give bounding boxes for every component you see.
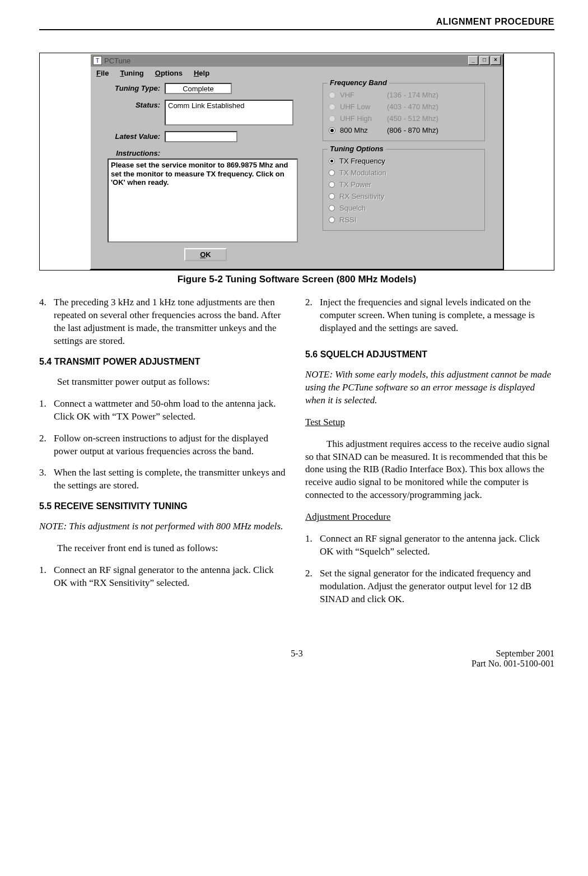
page-footer: 5-3 September 2001 Part No. 001-5100-001 xyxy=(39,649,554,669)
note: NOTE: This adjustment is not performed w… xyxy=(39,520,288,533)
opt-tx-frequency[interactable]: TX Frequency xyxy=(329,155,479,167)
radio-icon xyxy=(329,104,335,110)
right-column: 2.Inject the frequencies and signal leve… xyxy=(305,296,554,615)
radio-icon xyxy=(329,158,335,164)
opt-squelch[interactable]: Squelch xyxy=(329,202,479,214)
window-title: PCTune xyxy=(104,57,468,65)
footer-part: Part No. 001-5100-001 xyxy=(382,659,554,669)
label-status: Status: xyxy=(96,100,165,109)
opt-tx-modulation[interactable]: TX Modulation xyxy=(329,167,479,179)
title-bar: T PCTune _ □ × xyxy=(91,54,503,67)
figure-frame: T PCTune _ □ × File Tuning Options Help … xyxy=(39,53,554,271)
header-rule xyxy=(39,29,554,30)
text-columns: 4.The preceding 3 kHz and 1 kHz tone adj… xyxy=(39,296,554,615)
heading-5-6: 5.6 SQUELCH ADJUSTMENT xyxy=(305,350,554,360)
list-item: 1.Connect an RF signal generator to the … xyxy=(305,533,554,558)
list-item: 2.Inject the frequencies and signal leve… xyxy=(305,296,554,335)
running-header: ALIGNMENT PROCEDURE xyxy=(39,17,554,27)
radio-icon xyxy=(329,170,335,176)
menu-bar: File Tuning Options Help xyxy=(91,67,503,80)
page-number: 5-3 xyxy=(211,649,383,669)
list-item: 1.Connect a wattmeter and 50-ohm load to… xyxy=(39,398,288,423)
left-column: 4.The preceding 3 kHz and 1 kHz tone adj… xyxy=(39,296,288,615)
group-frequency-band: Frequency Band VHF (136 - 174 Mhz) UHF L… xyxy=(323,83,485,141)
field-status: Comm Link Established xyxy=(165,100,293,125)
maximize-button[interactable]: □ xyxy=(479,56,489,65)
radio-uhf-high: UHF High (450 - 512 Mhz) xyxy=(329,113,479,124)
radio-icon xyxy=(329,193,335,199)
list-item: 2.Follow on-screen instructions to adjus… xyxy=(39,432,288,458)
pctune-window: T PCTune _ □ × File Tuning Options Help … xyxy=(90,53,504,270)
heading-5-4: 5.4 TRANSMIT POWER ADJUSTMENT xyxy=(39,357,288,367)
label-instructions: Instructions: xyxy=(96,148,165,157)
subheading-adjustment: Adjustment Procedure xyxy=(305,511,554,524)
minimize-button[interactable]: _ xyxy=(468,56,478,65)
heading-5-5: 5.5 RECEIVE SENSITIVITY TUNING xyxy=(39,501,288,511)
menu-help[interactable]: Help xyxy=(194,69,209,77)
label-tuning-type: Tuning Type: xyxy=(96,83,165,92)
paragraph: The receiver front end is tuned as follo… xyxy=(57,542,288,555)
close-button[interactable]: × xyxy=(491,56,501,65)
opt-rssi[interactable]: RSSI xyxy=(329,214,479,226)
menu-tuning[interactable]: Tuning xyxy=(120,69,143,77)
radio-icon xyxy=(329,205,335,211)
radio-icon xyxy=(329,127,335,134)
list-item: 4.The preceding 3 kHz and 1 kHz tone adj… xyxy=(39,296,288,348)
menu-options[interactable]: Options xyxy=(155,69,183,77)
label-latest-value: Latest Value: xyxy=(96,131,165,141)
opt-rx-sensitivity[interactable]: RX Sensitivity xyxy=(329,190,479,202)
radio-uhf-low: UHF Low (403 - 470 Mhz) xyxy=(329,101,479,113)
radio-icon xyxy=(329,217,335,223)
opt-tx-power[interactable]: TX Power xyxy=(329,179,479,190)
radio-icon xyxy=(329,92,335,99)
group-tuning-options: Tuning Options TX Frequency TX Modulatio… xyxy=(323,149,485,231)
paragraph: Set transmitter power output as follows: xyxy=(57,376,288,389)
figure-caption: Figure 5-2 Tuning Software Screen (800 M… xyxy=(39,274,554,285)
group-title-freq: Frequency Band xyxy=(328,78,389,87)
note: NOTE: With some early models, this adjus… xyxy=(305,369,554,407)
field-latest-value xyxy=(165,131,237,142)
paragraph: This adjustment requires access to the r… xyxy=(305,438,554,502)
ok-button[interactable]: OK xyxy=(184,248,227,261)
list-item: 3.When the last setting is complete, the… xyxy=(39,467,288,492)
menu-file[interactable]: File xyxy=(96,69,109,77)
window-controls: _ □ × xyxy=(468,56,501,65)
field-instructions: Please set the service monitor to 869.98… xyxy=(108,159,298,243)
radio-icon xyxy=(329,115,335,122)
radio-800mhz[interactable]: 800 Mhz (806 - 870 Mhz) xyxy=(329,124,479,136)
subheading-test-setup: Test Setup xyxy=(305,416,554,429)
app-icon: T xyxy=(93,56,102,65)
field-tuning-type: Complete xyxy=(165,83,232,94)
radio-vhf: VHF (136 - 174 Mhz) xyxy=(329,89,479,101)
footer-date: September 2001 xyxy=(382,649,554,659)
list-item: 1.Connect an RF signal generator to the … xyxy=(39,564,288,590)
group-title-opts: Tuning Options xyxy=(328,145,386,153)
radio-icon xyxy=(329,181,335,188)
list-item: 2.Set the signal generator for the indic… xyxy=(305,567,554,606)
